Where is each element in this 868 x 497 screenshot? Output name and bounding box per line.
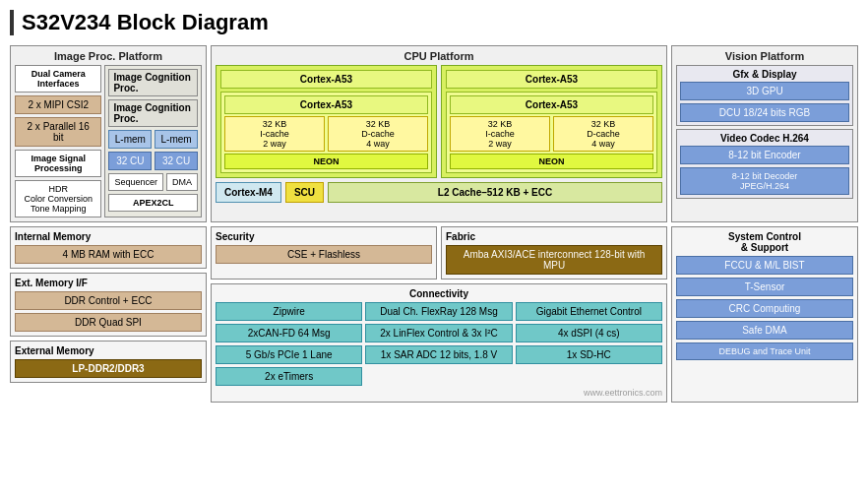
ram-box: 4 MB RAM with ECC xyxy=(15,245,202,264)
zipwire-box: Zipwire xyxy=(216,302,362,321)
can-fd-box: 2xCAN-FD 64 Msg xyxy=(216,324,362,342)
external-memory-label: External Memory xyxy=(15,345,202,356)
gfx-display-label: Gfx & Display xyxy=(680,69,849,80)
hdr-box: HDR Color Conversion Tone Mapping xyxy=(15,180,101,217)
img-proc-label: Image Proc. Platform xyxy=(15,50,202,62)
gpu-3d: 3D GPU xyxy=(680,82,849,100)
tsensor-box: T-Sensor xyxy=(676,278,853,296)
main-grid: Image Proc. Platform Dual Camera Interfa… xyxy=(10,45,858,403)
cortex-top-row: Cortex-A53 Cortex-A53 32 KB I-cache 2 wa… xyxy=(216,65,662,178)
cortex-a53-inner-right-label: Cortex-A53 xyxy=(450,95,653,114)
bottom-left: Internal Memory 4 MB RAM with ECC Ext. M… xyxy=(10,226,207,403)
watermark: www.eettronics.com xyxy=(216,388,662,398)
dcu: DCU 18/24 bits RGB xyxy=(680,103,849,122)
img-proc-right: Image Cognition Proc. Image Cognition Pr… xyxy=(104,65,202,217)
vision-label: Vision Platform xyxy=(676,50,853,62)
connectivity-label: Connectivity xyxy=(216,288,662,299)
seq-box: Sequencer xyxy=(108,173,163,191)
video-codec-label: Video Codec H.264 xyxy=(680,133,849,144)
apex-box: APEX2CL xyxy=(108,194,198,212)
lmem1: L-mem xyxy=(108,130,152,149)
page: S32V234 Block Diagram Image Proc. Platfo… xyxy=(0,0,868,497)
cache-row-left: 32 KB I-cache 2 way 32 KB D-cache 4 way xyxy=(224,116,428,152)
l2-cache: L2 Cache–512 KB + ECC xyxy=(328,182,662,203)
dspi-box: 4x dSPI (4 cs) xyxy=(516,324,662,342)
lmem-row: L-mem L-mem xyxy=(108,130,198,149)
internal-memory-section: Internal Memory 4 MB RAM with ECC xyxy=(10,226,207,269)
lp-ddr-box: LP-DDR2/DDR3 xyxy=(15,359,202,378)
cortex-a53-inner-left: Cortex-A53 32 KB I-cache 2 way 32 KB D-c… xyxy=(220,92,432,173)
sd-hc-box: 1x SD-HC xyxy=(516,345,662,364)
amba-box: Amba AXI3/ACE interconnect 128-bit with … xyxy=(446,245,662,275)
dma-box: DMA xyxy=(166,173,198,191)
ddr-box: DDR Control + ECC xyxy=(15,291,202,310)
cu1: 32 CU xyxy=(108,152,152,170)
cortex-a53-outer-left: Cortex-A53 xyxy=(220,70,432,89)
img-cog2: Image Cognition Proc. xyxy=(108,99,198,127)
cpu-bottom-row: Cortex-M4 SCU L2 Cache–512 KB + ECC xyxy=(216,182,662,203)
image-proc-platform: Image Proc. Platform Dual Camera Interfa… xyxy=(10,45,207,222)
dual-camera-box: Dual Camera Interfaces xyxy=(15,65,101,93)
connectivity-section: Connectivity Zipwire Dual Ch. FlexRay 12… xyxy=(211,283,667,403)
hdr-label: HDR Color Conversion Tone Mapping xyxy=(21,184,95,214)
gfx-section: Gfx & Display 3D GPU DCU 18/24 bits RGB xyxy=(676,65,853,126)
crc-box: CRC Computing xyxy=(676,299,853,318)
security-section: Security CSE + Flashless xyxy=(211,226,437,280)
cortex-a53-inner-right: Cortex-A53 32 KB I-cache 2 way 32 KB D-c… xyxy=(446,92,657,173)
seq-dma-row: Sequencer DMA xyxy=(108,173,198,191)
gigabit-box: Gigabit Ethernet Control xyxy=(516,302,662,321)
cpu-platform: CPU Platform Cortex-A53 Cortex-A53 32 KB… xyxy=(211,45,667,222)
cortex-m4: Cortex-M4 xyxy=(216,182,281,203)
cache-row-right: 32 KB I-cache 2 way 32 KB D-cache 4 way xyxy=(450,116,653,152)
img-proc-inner: Dual Camera Interfaces 2 x MIPI CSI2 2 x… xyxy=(15,65,202,217)
image-signal-box: Image Signal Processing xyxy=(15,150,101,177)
ext-memory-if-label: Ext. Memory I/F xyxy=(15,278,202,288)
neon1: NEON xyxy=(224,154,428,169)
neon2: NEON xyxy=(450,154,653,169)
fccu-box: FCCU & M/L BIST xyxy=(676,256,853,275)
image-signal-label: Image Signal Processing xyxy=(21,154,95,173)
fabric-section: Fabric Amba AXI3/ACE interconnect 128-bi… xyxy=(441,226,667,280)
cortex-cluster-left: Cortex-A53 Cortex-A53 32 KB I-cache 2 wa… xyxy=(216,65,437,178)
quad-spi-box: DDR Quad SPI xyxy=(15,313,202,332)
encoder: 8-12 bit Encoder xyxy=(680,146,849,164)
mipi-box: 2 x MIPI CSI2 xyxy=(15,95,101,114)
internal-memory-label: Internal Memory xyxy=(15,231,202,242)
dcache1: 32 KB D-cache 4 way xyxy=(328,116,428,152)
pcie-box: 5 Gb/s PCIe 1 Lane xyxy=(216,345,362,364)
dcache2: 32 KB D-cache 4 way xyxy=(553,116,653,152)
img-proc-left: Dual Camera Interfaces 2 x MIPI CSI2 2 x… xyxy=(15,65,101,217)
etimers-box: 2x eTimers xyxy=(216,367,362,386)
cse-box: CSE + Flashless xyxy=(216,245,432,264)
linflex-box: 2x LinFlex Control & 3x I²C xyxy=(365,324,512,342)
bottom-center: Security CSE + Flashless Fabric Amba AXI… xyxy=(211,226,667,403)
decoder: 8-12 bit Decoder JPEG/H.264 xyxy=(680,167,849,195)
cortex-a53-inner-left-label: Cortex-A53 xyxy=(224,95,428,114)
connectivity-grid: Zipwire Dual Ch. FlexRay 128 Msg Gigabit… xyxy=(216,302,662,386)
system-control-items: FCCU & M/L BIST T-Sensor CRC Computing S… xyxy=(676,256,853,360)
security-label: Security xyxy=(216,231,432,242)
safe-dma-box: Safe DMA xyxy=(676,321,853,340)
bottom-right: System Control & Support FCCU & M/L BIST… xyxy=(671,226,858,403)
cortex-cluster-right: Cortex-A53 Cortex-A53 32 KB I-cache 2 wa… xyxy=(441,65,662,178)
lmem2: L-mem xyxy=(155,130,198,149)
cu2: 32 CU xyxy=(155,152,198,170)
cpu-label: CPU Platform xyxy=(216,50,662,62)
scu: SCU xyxy=(285,182,324,203)
icache2: 32 KB I-cache 2 way xyxy=(450,116,550,152)
vision-inner: Gfx & Display 3D GPU DCU 18/24 bits RGB … xyxy=(676,65,853,199)
sec-fab-row: Security CSE + Flashless Fabric Amba AXI… xyxy=(211,226,667,280)
ext-memory-if-section: Ext. Memory I/F DDR Control + ECC DDR Qu… xyxy=(10,273,207,337)
img-cog1: Image Cognition Proc. xyxy=(108,69,198,96)
system-control-label: System Control & Support xyxy=(676,231,853,253)
vision-platform: Vision Platform Gfx & Display 3D GPU DCU… xyxy=(671,45,858,222)
system-control-section: System Control & Support FCCU & M/L BIST… xyxy=(671,226,858,403)
debug-box: DEBUG and Trace Unit xyxy=(676,342,853,360)
page-title: S32V234 Block Diagram xyxy=(10,10,858,35)
external-memory-section: External Memory LP-DDR2/DDR3 xyxy=(10,341,207,383)
dual-camera-label: Dual Camera Interfaces xyxy=(21,69,95,89)
flexray-box: Dual Ch. FlexRay 128 Msg xyxy=(365,302,512,321)
parallel-box: 2 x Parallel 16 bit xyxy=(15,117,101,147)
video-codec-section: Video Codec H.264 8-12 bit Encoder 8-12 … xyxy=(676,129,853,199)
fabric-label: Fabric xyxy=(446,231,662,242)
